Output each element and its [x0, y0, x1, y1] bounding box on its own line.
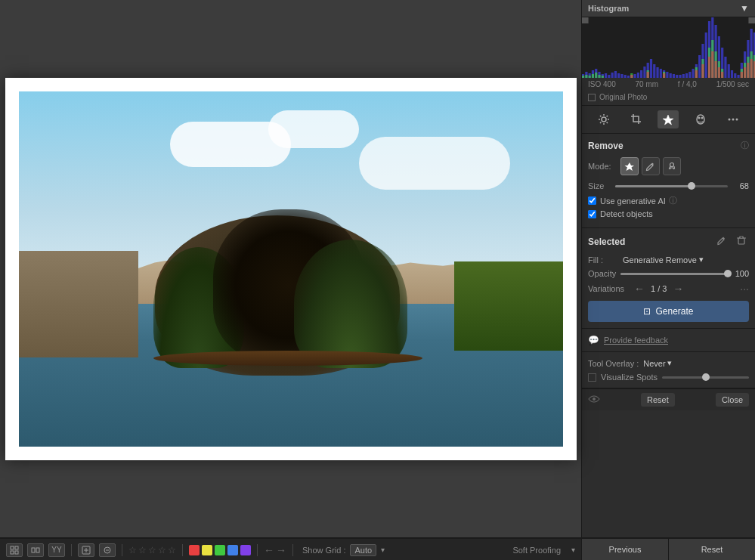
eye-icon[interactable] [588, 394, 600, 406]
shutter-speed: 1/500 sec [716, 80, 749, 88]
color-flag-green[interactable] [215, 545, 225, 555]
variations-prev-arrow[interactable]: ← [634, 283, 645, 295]
delete-icon[interactable] [734, 234, 749, 249]
svg-rect-18 [640, 70, 642, 78]
selected-action-icons [714, 234, 749, 249]
toolbar-icon-a[interactable] [78, 543, 94, 557]
svg-rect-17 [637, 73, 639, 78]
selected-title: Selected [588, 237, 625, 247]
photo-container [5, 78, 577, 460]
tool-overlay-section: Tool Overlay : Never ▾ Visualize Spots [582, 352, 755, 388]
svg-rect-107 [32, 548, 35, 552]
variations-more-btn[interactable]: ··· [740, 283, 749, 295]
mode-label: Mode: [588, 162, 614, 171]
tool-icon-masking[interactable] [690, 110, 711, 128]
svg-rect-54 [582, 76, 584, 78]
svg-rect-55 [585, 75, 587, 78]
histogram-collapse-icon[interactable]: ▼ [740, 3, 749, 14]
remove-info-icon[interactable]: ⓘ [741, 140, 749, 151]
dropdown-arrow: ▾ [699, 255, 704, 265]
svg-rect-21 [650, 59, 652, 78]
tool-overlay-dropdown[interactable]: Never ▾ [643, 358, 671, 368]
svg-point-99 [735, 119, 738, 121]
generate-button[interactable]: ⊡ Generate [588, 301, 749, 322]
svg-rect-33 [688, 72, 691, 78]
iso-value: ISO 400 [588, 80, 616, 88]
edit-icon[interactable] [714, 234, 729, 249]
nav-right-arrow[interactable]: → [276, 544, 286, 556]
fill-dropdown[interactable]: Generative Remove ▾ [623, 255, 704, 265]
svg-rect-108 [36, 548, 39, 552]
previous-button[interactable]: Previous [582, 538, 669, 560]
svg-point-93 [602, 117, 606, 122]
svg-rect-34 [692, 69, 695, 78]
svg-rect-87 [744, 67, 746, 78]
svg-point-98 [732, 119, 734, 121]
mode-btn-pen[interactable] [642, 157, 660, 175]
svg-rect-105 [11, 551, 14, 554]
tool-icon-healing[interactable] [658, 110, 679, 128]
auto-button[interactable]: Auto [350, 544, 376, 556]
visualize-spots-row: Visualize Spots [588, 373, 749, 382]
svg-rect-103 [11, 546, 14, 549]
visualize-slider[interactable] [662, 376, 749, 379]
svg-rect-84 [718, 67, 720, 78]
color-flag-red[interactable] [189, 545, 200, 555]
tool-icons-row [582, 106, 755, 134]
svg-rect-9 [611, 73, 614, 78]
svg-rect-80 [701, 64, 704, 78]
selected-section: Selected Fill : Generative Remove ▾ [582, 228, 755, 329]
tool-icon-more[interactable] [723, 110, 744, 128]
remove-title: Remove [588, 141, 623, 151]
svg-rect-106 [15, 551, 18, 554]
nav-left-arrow[interactable]: ← [264, 544, 274, 556]
svg-rect-58 [595, 73, 597, 78]
generative-ai-info[interactable]: ⓘ [669, 195, 677, 206]
mode-btn-brush[interactable] [620, 157, 639, 175]
size-slider[interactable] [615, 185, 728, 187]
bottom-toolbar: YY ☆☆☆☆☆ ← → Show Grid : Auto ▾ Soft [0, 538, 581, 560]
color-flag-yellow[interactable] [202, 545, 212, 555]
histogram-canvas [582, 17, 755, 78]
view-icon[interactable] [27, 543, 44, 557]
soft-proofing-arrow[interactable]: ▾ [571, 546, 575, 554]
feedback-link[interactable]: Provide feedback [604, 336, 668, 345]
auto-arrow[interactable]: ▾ [381, 546, 385, 554]
feedback-icon: 💬 [588, 335, 599, 345]
color-flag-blue[interactable] [227, 545, 238, 555]
svg-rect-38 [705, 32, 707, 78]
generative-ai-checkbox[interactable] [588, 196, 596, 205]
svg-rect-23 [656, 67, 658, 78]
variations-next-arrow[interactable]: → [673, 283, 683, 295]
opacity-slider[interactable] [620, 273, 728, 275]
right-greenery [454, 261, 563, 351]
toolbar-icon-b[interactable] [99, 543, 116, 557]
svg-rect-57 [592, 74, 594, 78]
photo-image [19, 91, 563, 447]
original-photo-checkbox[interactable] [588, 94, 596, 101]
reset-all-button[interactable]: Reset [669, 538, 755, 560]
svg-rect-101 [738, 238, 744, 244]
tool-icon-settings[interactable] [593, 110, 614, 128]
grid-icon[interactable] [6, 543, 23, 557]
mode-btn-lasso[interactable] [663, 157, 681, 175]
variations-nav: ← 1 / 3 → [634, 283, 683, 295]
soft-proofing-button[interactable]: Soft Proofing [512, 546, 561, 555]
close-button[interactable]: Close [716, 393, 749, 407]
visualize-spots-checkbox[interactable] [588, 373, 596, 382]
svg-rect-36 [698, 55, 701, 78]
svg-rect-10 [614, 71, 617, 78]
svg-rect-14 [627, 76, 630, 78]
tool-icon-crop[interactable] [626, 110, 647, 128]
color-flag-purple[interactable] [240, 545, 251, 555]
svg-rect-79 [695, 70, 698, 78]
tool-overlay-row: Tool Overlay : Never ▾ [588, 358, 749, 368]
reset-button[interactable]: Reset [641, 393, 675, 407]
bottom-controls: Reset Close [582, 388, 755, 410]
svg-rect-92 [748, 17, 755, 23]
star-rating[interactable]: ☆☆☆☆☆ [128, 545, 176, 555]
flag-icon[interactable]: YY [48, 543, 65, 557]
photo-area [0, 0, 581, 537]
svg-rect-26 [666, 72, 668, 78]
detect-objects-checkbox[interactable] [588, 210, 596, 218]
